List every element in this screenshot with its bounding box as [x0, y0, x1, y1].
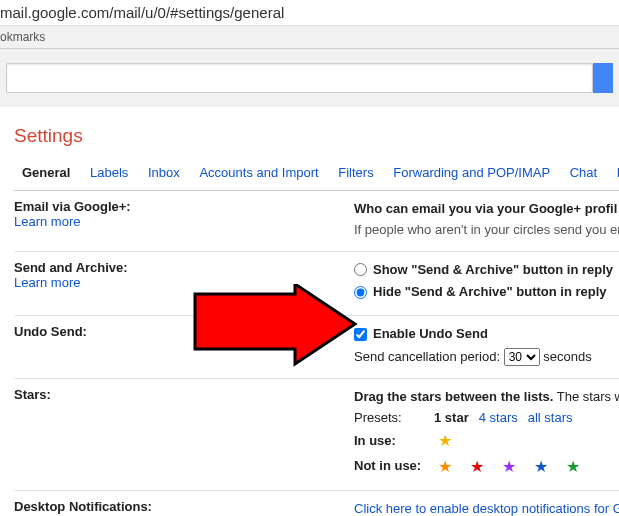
stars-drag-note: The stars w: [557, 389, 619, 404]
preset-1-star[interactable]: 1 star: [434, 408, 469, 429]
undo-send-label: Undo Send:: [14, 324, 87, 339]
not-in-use-label: Not in use:: [354, 456, 424, 477]
tab-more[interactable]: L: [609, 165, 619, 186]
star-icon[interactable]: ★: [530, 454, 552, 480]
learn-more-link[interactable]: Learn more: [14, 275, 80, 290]
email-via-label: Email via Google+:: [14, 199, 131, 214]
desktop-notifications-label: Desktop Notifications:: [14, 499, 152, 514]
tab-forwarding[interactable]: Forwarding and POP/IMAP: [385, 165, 558, 186]
cancel-period-select[interactable]: 30: [504, 348, 540, 366]
tab-labels[interactable]: Labels: [82, 165, 136, 186]
who-can-email-label: Who can email you via your Google+ profi…: [354, 201, 617, 216]
star-icon[interactable]: ★: [498, 454, 520, 480]
in-use-label: In use:: [354, 431, 424, 452]
hide-send-archive-radio[interactable]: [354, 286, 367, 299]
tab-general[interactable]: General: [14, 165, 78, 186]
star-icon[interactable]: ★: [434, 428, 456, 454]
preset-all-stars[interactable]: all stars: [528, 408, 573, 429]
row-send-and-archive: Send and Archive: Learn more Show "Send …: [14, 252, 619, 317]
page-title: Settings: [14, 125, 619, 147]
enable-desktop-notifications-link[interactable]: Click here to enable desktop notificatio…: [354, 501, 619, 516]
row-desktop-notifications: Desktop Notifications: (allows Gmail to …: [14, 491, 619, 516]
cancel-period-unit: seconds: [543, 349, 591, 364]
star-icon[interactable]: ★: [562, 454, 584, 480]
tab-inbox[interactable]: Inbox: [140, 165, 188, 186]
enable-undo-send-label: Enable Undo Send: [373, 324, 488, 345]
preset-4-stars[interactable]: 4 stars: [479, 408, 518, 429]
row-email-via-google-plus: Email via Google+: Learn more Who can em…: [14, 191, 619, 252]
who-can-email-note: If people who aren't in your circles sen…: [354, 222, 619, 237]
settings-tabs: General Labels Inbox Accounts and Import…: [14, 165, 619, 191]
bookmarks-bar[interactable]: okmarks: [0, 26, 619, 49]
row-stars: Stars: Drag the stars between the lists.…: [14, 379, 619, 491]
presets-label: Presets:: [354, 408, 424, 429]
stars-drag-label: Drag the stars between the lists.: [354, 389, 553, 404]
search-area: [0, 49, 619, 107]
show-send-archive-radio[interactable]: [354, 263, 367, 276]
hide-send-archive-label: Hide "Send & Archive" button in reply: [373, 282, 607, 303]
search-input[interactable]: [6, 63, 593, 93]
stars-label: Stars:: [14, 387, 51, 402]
tab-chat[interactable]: Chat: [562, 165, 605, 186]
row-undo-send: Undo Send: Enable Undo Send Send cancell…: [14, 316, 619, 379]
search-button[interactable]: [593, 63, 613, 93]
cancel-period-label: Send cancellation period:: [354, 349, 500, 364]
show-send-archive-label: Show "Send & Archive" button in reply: [373, 260, 613, 281]
star-icon[interactable]: ★: [466, 454, 488, 480]
tab-filters[interactable]: Filters: [330, 165, 381, 186]
learn-more-link[interactable]: Learn more: [14, 214, 80, 229]
tab-accounts[interactable]: Accounts and Import: [191, 165, 326, 186]
address-bar[interactable]: mail.google.com/mail/u/0/#settings/gener…: [0, 0, 619, 26]
star-icon[interactable]: ★: [434, 454, 456, 480]
enable-undo-send-checkbox[interactable]: [354, 328, 367, 341]
send-archive-label: Send and Archive:: [14, 260, 128, 275]
